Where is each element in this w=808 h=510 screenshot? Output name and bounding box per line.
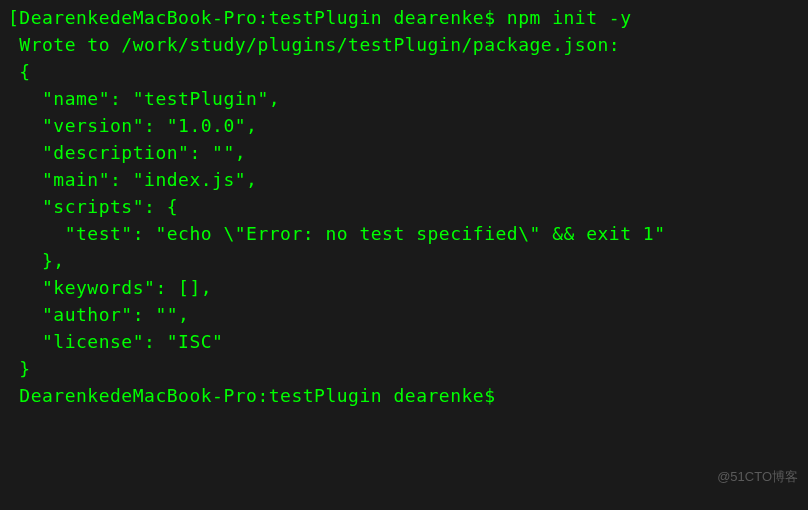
terminal-output-line: "name": "testPlugin", (8, 85, 800, 112)
terminal-output-line: { (8, 58, 800, 85)
terminal-output-line: } (8, 355, 800, 382)
terminal-output-line: "license": "ISC" (8, 328, 800, 355)
terminal-output-line: "keywords": [], (8, 274, 800, 301)
terminal-prompt-line: [DearenkedeMacBook-Pro:testPlugin dearen… (8, 4, 800, 31)
watermark-text: @51CTO博客 (717, 467, 798, 487)
terminal-prompt-line: DearenkedeMacBook-Pro:testPlugin dearenk… (8, 382, 800, 409)
terminal-output-line: "test": "echo \"Error: no test specified… (8, 220, 800, 247)
terminal-output-line: "description": "", (8, 139, 800, 166)
terminal-output[interactable]: [DearenkedeMacBook-Pro:testPlugin dearen… (8, 4, 800, 409)
terminal-output-line: Wrote to /work/study/plugins/testPlugin/… (8, 31, 800, 58)
terminal-output-line: "author": "", (8, 301, 800, 328)
terminal-output-line: "version": "1.0.0", (8, 112, 800, 139)
terminal-output-line: "scripts": { (8, 193, 800, 220)
terminal-output-line: }, (8, 247, 800, 274)
terminal-output-line: "main": "index.js", (8, 166, 800, 193)
